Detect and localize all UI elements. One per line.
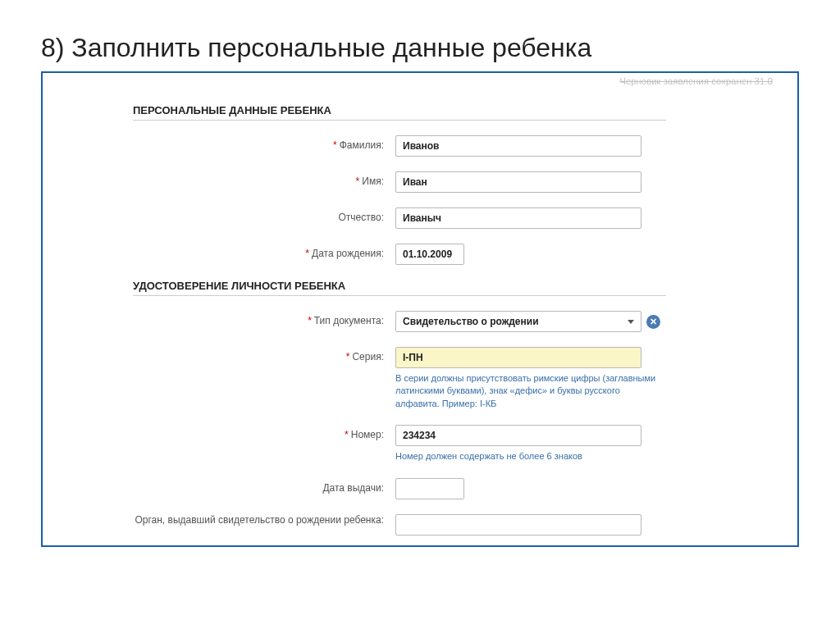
required-marker: * bbox=[345, 429, 349, 440]
select-doctype[interactable]: Свидетельство о рождении bbox=[395, 311, 641, 332]
input-issue-date[interactable] bbox=[395, 478, 464, 499]
row-issue-date: Дата выдачи: bbox=[133, 478, 765, 499]
input-issuer[interactable] bbox=[395, 514, 641, 536]
section-personal-header: ПЕРСОНАЛЬНЫЕ ДАННЫЕ РЕБЕНКА bbox=[133, 104, 666, 121]
clear-icon[interactable]: ✕ bbox=[646, 315, 660, 329]
label-issuer: Орган, выдавший свидетельство о рождении… bbox=[133, 514, 395, 526]
select-doctype-value: Свидетельство о рождении bbox=[403, 316, 539, 327]
input-dob[interactable] bbox=[395, 244, 464, 265]
input-series[interactable] bbox=[395, 347, 641, 368]
row-firstname: *Имя: bbox=[133, 171, 765, 193]
row-issuer: Орган, выдавший свидетельство о рождении… bbox=[133, 514, 765, 536]
input-patronymic[interactable] bbox=[395, 207, 641, 229]
label-lastname: *Фамилия: bbox=[133, 135, 395, 151]
slide-title: 8) Заполнить персональные данные ребенка bbox=[41, 33, 799, 63]
chevron-down-icon bbox=[628, 320, 634, 324]
label-firstname: *Имя: bbox=[133, 171, 395, 187]
input-firstname[interactable] bbox=[395, 171, 641, 193]
row-number: *Номер: Номер должен содержать не более … bbox=[133, 425, 765, 463]
label-doctype: *Тип документа: bbox=[133, 311, 395, 326]
required-marker: * bbox=[356, 175, 360, 187]
required-marker: * bbox=[305, 248, 309, 259]
draft-saved-note: Черновик заявления сохранен 31.0 bbox=[619, 76, 773, 86]
required-marker: * bbox=[308, 315, 312, 326]
hint-series: В серии должны присутствовать римские ци… bbox=[395, 372, 658, 410]
form-container: ПЕРСОНАЛЬНЫЕ ДАННЫЕ РЕБЕНКА *Фамилия: *И… bbox=[43, 73, 797, 536]
label-dob: *Дата рождения: bbox=[133, 244, 395, 259]
row-patronymic: Отчество: bbox=[133, 207, 765, 229]
row-doctype: *Тип документа: Свидетельство о рождении… bbox=[133, 311, 765, 332]
row-series: *Серия: В серии должны присутствовать ри… bbox=[133, 347, 765, 410]
label-number: *Номер: bbox=[133, 425, 395, 440]
required-marker: * bbox=[333, 139, 337, 151]
required-marker: * bbox=[346, 351, 350, 362]
hint-number: Номер должен содержать не более 6 знаков bbox=[395, 450, 658, 463]
input-lastname[interactable] bbox=[395, 135, 641, 157]
screenshot-frame: Черновик заявления сохранен 31.0 ПЕРСОНА… bbox=[41, 71, 799, 547]
label-patronymic: Отчество: bbox=[133, 207, 395, 223]
label-issue-date: Дата выдачи: bbox=[133, 478, 395, 494]
row-lastname: *Фамилия: bbox=[133, 135, 765, 157]
input-number[interactable] bbox=[395, 425, 641, 446]
label-series: *Серия: bbox=[133, 347, 395, 362]
row-dob: *Дата рождения: bbox=[133, 244, 765, 265]
section-identity-header: УДОСТОВЕРЕНИЕ ЛИЧНОСТИ РЕБЕНКА bbox=[133, 280, 666, 296]
